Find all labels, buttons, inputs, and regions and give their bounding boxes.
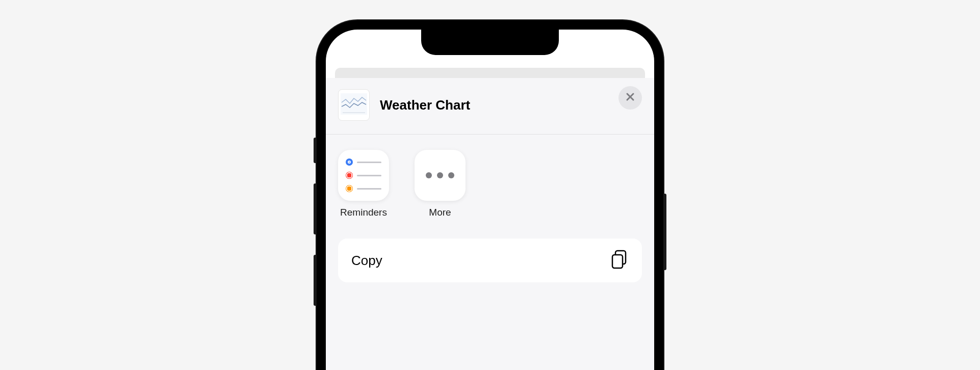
reminders-icon bbox=[338, 150, 389, 201]
share-sheet: Weather Chart bbox=[326, 78, 654, 370]
item-thumbnail bbox=[338, 89, 370, 121]
share-sheet-header: Weather Chart bbox=[326, 78, 654, 135]
iphone-frame: Weather Chart bbox=[317, 20, 663, 370]
background-sheet-hint bbox=[335, 68, 645, 78]
side-buttons-right bbox=[663, 194, 666, 270]
side-buttons-left bbox=[314, 138, 317, 326]
volume-down bbox=[314, 255, 317, 306]
content-area: Weather Chart bbox=[326, 30, 654, 370]
share-app-more[interactable]: More bbox=[415, 150, 466, 218]
close-button[interactable] bbox=[618, 86, 642, 110]
share-sheet-title: Weather Chart bbox=[380, 97, 618, 113]
share-app-reminders[interactable]: Reminders bbox=[338, 150, 389, 218]
svg-rect-3 bbox=[612, 255, 623, 268]
share-app-label: More bbox=[429, 207, 451, 218]
close-icon bbox=[625, 92, 635, 104]
action-label: Copy bbox=[351, 253, 382, 269]
notch bbox=[421, 30, 559, 55]
mute-switch bbox=[314, 138, 317, 163]
copy-action[interactable]: Copy bbox=[338, 239, 642, 282]
screen: Weather Chart bbox=[326, 30, 654, 370]
volume-up bbox=[314, 183, 317, 234]
copy-icon bbox=[610, 250, 629, 271]
share-apps-row: Reminders More bbox=[326, 135, 654, 233]
power-button bbox=[663, 194, 666, 270]
share-actions-list: Copy bbox=[338, 239, 642, 282]
weather-chart-icon bbox=[341, 93, 367, 117]
more-icon bbox=[415, 150, 466, 201]
share-app-label: Reminders bbox=[340, 207, 387, 218]
